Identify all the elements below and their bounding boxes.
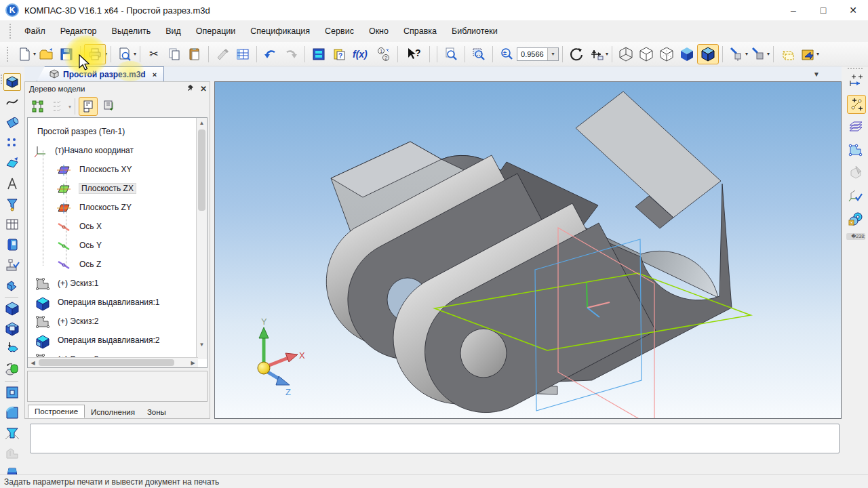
tab-close-icon[interactable]: × [153, 70, 157, 79]
cut-extrude-icon[interactable] [3, 320, 21, 338]
tree-row[interactable]: Ось Y [28, 239, 207, 253]
menu-file[interactable]: Файл [17, 24, 53, 39]
menu-select[interactable]: Выделить [104, 24, 159, 39]
menu-view[interactable]: Вид [158, 24, 189, 39]
tab-construction[interactable]: Построение [28, 405, 85, 418]
fx-expressions-icon[interactable]: f(x) [349, 45, 374, 64]
menu-help[interactable]: Справка [396, 24, 444, 39]
tree-row[interactable]: Операция выдавливания:2 [28, 333, 207, 348]
undo-icon[interactable] [260, 45, 281, 64]
copy-icon[interactable] [164, 45, 184, 64]
revolve-icon[interactable] [3, 361, 21, 378]
rail-collapse-handle[interactable]: �238; [846, 233, 865, 240]
fillet-icon[interactable] [3, 404, 21, 422]
orientation-icon[interactable] [797, 45, 818, 64]
surface-icon[interactable] [3, 155, 21, 172]
dimensions-icon[interactable] [847, 73, 865, 91]
spreadsheet-icon[interactable] [3, 216, 21, 233]
tree-row[interactable]: Операция выдавливания:1 [28, 296, 207, 310]
print-preview-icon[interactable] [115, 45, 135, 64]
section-list-icon[interactable] [50, 98, 67, 115]
tree-row[interactable]: Простой разрез (Тел-1) [28, 125, 207, 140]
pan-view-icon[interactable] [587, 45, 607, 64]
wireframe-icon[interactable] [616, 45, 636, 64]
tab-overflow-icon[interactable]: ▼ [813, 70, 820, 78]
solid-icon[interactable] [3, 277, 21, 294]
cut-icon[interactable]: ✂ [144, 45, 164, 64]
paste-icon[interactable] [184, 45, 205, 64]
menu-service[interactable]: Сервис [317, 24, 361, 39]
tree-row[interactable]: (т)Начало координат [28, 144, 207, 159]
panel-close-icon[interactable]: ✕ [200, 84, 207, 94]
planes-icon[interactable] [847, 118, 865, 136]
tree-row-selected[interactable]: Плоскость ZX [28, 182, 207, 197]
shaded-with-edges-icon[interactable] [697, 44, 719, 64]
rotate-view-icon[interactable] [566, 45, 587, 64]
contours-icon[interactable] [847, 141, 865, 159]
save-icon[interactable] [56, 45, 77, 64]
close-button[interactable]: ✕ [838, 0, 868, 20]
tab-zones[interactable]: Зоны [141, 406, 172, 418]
spreadsheet-icon[interactable] [233, 45, 253, 64]
tree-structure-icon[interactable] [29, 98, 47, 115]
points-icon[interactable] [847, 95, 866, 114]
open-document-icon[interactable] [36, 45, 56, 64]
zoom-dropdown[interactable]: ▼ [547, 48, 558, 60]
context-help-icon[interactable]: ? [401, 45, 426, 64]
tree-vertical-scrollbar[interactable]: ▲ ▼ [196, 118, 207, 359]
verify-icon[interactable] [3, 256, 21, 274]
current-zoom-combobox[interactable]: 0.9566 ▼ [517, 47, 559, 61]
shaded-icon[interactable] [677, 45, 697, 64]
tree-row[interactable]: (+) Эскиз:2 [28, 314, 207, 329]
templates-icon[interactable]: ? [329, 45, 349, 64]
mates-icon[interactable] [847, 210, 865, 228]
tree-row[interactable]: (+) Эскиз:1 [28, 277, 207, 291]
menu-editor[interactable]: Редактор [53, 24, 104, 39]
tree-row[interactable]: Ось X [28, 220, 207, 235]
report-icon[interactable] [3, 236, 21, 253]
section-list-dropdown[interactable]: ▾ [68, 104, 71, 110]
spline-icon[interactable] [3, 94, 21, 111]
filter-icon[interactable] [3, 195, 21, 213]
zoom-to-page-icon[interactable] [441, 45, 461, 64]
document-tab[interactable]: Простой разрез.m3d × [37, 66, 164, 81]
copy-properties-icon[interactable] [212, 45, 233, 64]
maximize-button[interactable]: □ [808, 0, 838, 20]
hidden-lines-thin-icon[interactable] [656, 45, 677, 64]
hidden-lines-icon[interactable] [636, 45, 656, 64]
3d-viewport[interactable]: Y X Z [214, 81, 842, 419]
edit-sketch-icon[interactable] [847, 164, 865, 182]
zoom-in-out-icon[interactable]: ± [496, 45, 517, 64]
edit-part-icon[interactable] [3, 73, 21, 91]
menu-specification[interactable]: Спецификация [243, 24, 317, 39]
points-array-icon[interactable] [3, 134, 21, 152]
simplified-view-icon[interactable] [748, 45, 768, 64]
hole-icon[interactable] [3, 424, 21, 442]
redo-icon[interactable] [281, 45, 301, 64]
shell-icon[interactable] [3, 384, 21, 401]
tree-row[interactable]: Плоскость XY [28, 163, 207, 178]
new-document-icon[interactable] [14, 45, 35, 64]
tree-horizontal-scrollbar[interactable]: ◀ ▶ [28, 357, 198, 367]
minimize-button[interactable]: – [778, 0, 808, 20]
cut-revolve-icon[interactable] [3, 340, 21, 358]
constraints-icon[interactable] [847, 187, 865, 205]
cylinder-icon[interactable] [3, 114, 21, 131]
tree-row[interactable]: Ось Z [28, 258, 207, 272]
extrude-icon[interactable] [3, 300, 21, 317]
tree-row[interactable]: Плоскость ZY [28, 201, 207, 216]
change-order-icon[interactable]: 12 [374, 45, 394, 64]
relations-icon[interactable] [100, 98, 118, 115]
menu-libraries[interactable]: Библиотеки [444, 24, 505, 39]
measure-icon[interactable] [3, 175, 21, 192]
rib-icon[interactable] [3, 445, 21, 462]
composition-icon[interactable] [79, 97, 98, 116]
menu-operations[interactable]: Операции [189, 24, 243, 39]
menu-window[interactable]: Окно [361, 24, 396, 39]
print-icon[interactable] [84, 44, 106, 64]
wireframe-overlay-icon[interactable] [777, 45, 797, 64]
property-bar[interactable] [30, 424, 840, 453]
section-view-icon[interactable] [726, 45, 747, 64]
variables-icon[interactable] [309, 45, 329, 64]
tab-versions[interactable]: Исполнения [85, 406, 141, 418]
